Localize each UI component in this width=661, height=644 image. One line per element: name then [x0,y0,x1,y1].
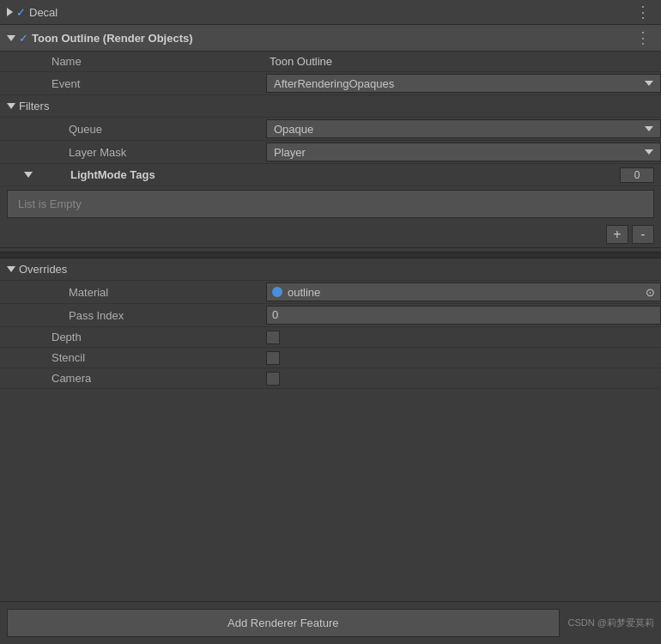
pass-index-row: Pass Index 0 [0,304,661,327]
lightmode-tags-label: LightMode Tags [36,168,620,181]
layer-mask-label: Layer Mask [0,146,266,159]
name-label: Name [0,55,266,68]
decal-label: Decal [29,6,58,19]
material-value: outline [288,286,320,299]
overrides-header[interactable]: Overrides [0,258,661,281]
overrides-collapse-arrow[interactable] [7,266,15,272]
queue-dropdown[interactable]: Opaque [266,119,661,138]
toon-outline-header[interactable]: ✓ Toon Outline (Render Objects) ⋮ [0,25,661,52]
bottom-bar: Add Renderer Feature CSDN @莉梦爱莫莉 [0,601,661,644]
event-label: Event [0,77,266,90]
list-empty-box: List is Empty [7,190,654,218]
material-label: Material [0,286,266,299]
filters-label: Filters [19,100,49,112]
add-remove-row: + - [0,222,661,248]
camera-row: Camera [0,368,661,389]
pass-index-field[interactable]: 0 [266,306,661,325]
camera-label: Camera [0,372,266,385]
depth-row: Depth [0,327,661,348]
lightmode-tags-collapse-arrow[interactable] [24,172,33,178]
add-renderer-feature-button[interactable]: Add Renderer Feature [7,609,560,637]
event-dropdown-text: AfterRenderingOpaques [274,77,640,90]
toon-outline-label: Toon Outline (Render Objects) [32,32,193,45]
material-field[interactable]: outline ⊙ [266,283,661,301]
queue-dropdown-text: Opaque [274,123,640,136]
stencil-row: Stencil [0,348,661,368]
list-empty-text: List is Empty [18,197,82,210]
toon-outline-menu-icon[interactable]: ⋮ [632,28,654,47]
material-circle-icon [272,287,282,297]
stencil-label: Stencil [0,351,266,364]
camera-checkbox[interactable] [266,372,280,386]
pass-index-label: Pass Index [0,309,266,322]
queue-label: Queue [0,123,266,136]
material-row: Material outline ⊙ [0,281,661,304]
decal-checkmark: ✓ [16,6,26,19]
queue-dropdown-arrow-icon [645,126,653,131]
name-row: Name Toon Outline [0,52,661,72]
event-dropdown[interactable]: AfterRenderingOpaques [266,74,661,93]
event-dropdown-arrow-icon [645,81,653,86]
name-value: Toon Outline [266,55,661,68]
decal-collapse-arrow[interactable] [7,8,13,16]
pass-index-value: 0 [272,308,278,321]
remove-button[interactable]: - [632,225,654,244]
queue-row: Queue Opaque [0,118,661,141]
section-divider [0,252,661,258]
csdn-watermark: CSDN @莉梦爱莫莉 [568,617,654,629]
depth-label: Depth [0,331,266,343]
layer-mask-row: Layer Mask Player [0,141,661,164]
decal-row[interactable]: ✓ Decal ⋮ [0,0,661,25]
filters-collapse-arrow[interactable] [7,103,15,109]
stencil-checkbox[interactable] [266,351,280,365]
layer-mask-dropdown[interactable]: Player [266,143,661,161]
overrides-label: Overrides [19,263,67,276]
filters-header[interactable]: Filters [0,95,661,118]
layer-mask-dropdown-text: Player [274,146,640,159]
add-button[interactable]: + [606,225,628,244]
layer-mask-dropdown-arrow-icon [645,149,653,155]
event-row: Event AfterRenderingOpaques [0,72,661,95]
material-target-icon[interactable]: ⊙ [646,286,655,299]
lightmode-tags-count: 0 [620,167,654,183]
depth-checkbox[interactable] [266,331,280,344]
lightmode-tags-row[interactable]: LightMode Tags 0 [0,164,661,186]
toon-outline-collapse-arrow[interactable] [7,35,15,41]
decal-menu-icon[interactable]: ⋮ [632,3,654,21]
toon-outline-checkmark: ✓ [19,32,28,45]
